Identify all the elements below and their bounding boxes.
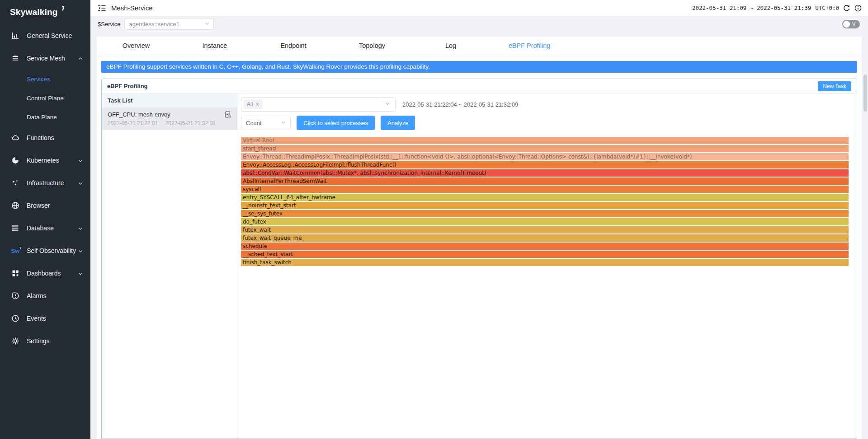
timezone-label[interactable]: UTC+0:0 — [815, 5, 839, 11]
refresh-icon[interactable] — [843, 5, 850, 12]
version-toggle[interactable]: V — [842, 20, 860, 28]
task-start-time: 2022-05-31 21:22:01 — [108, 120, 158, 126]
tab-log[interactable]: Log — [411, 42, 490, 49]
globe-icon — [11, 201, 20, 210]
new-task-button[interactable]: New Task — [818, 81, 851, 91]
tab-instance[interactable]: Instance — [175, 42, 254, 49]
flame-frame[interactable]: absl::CondVar::WaitCommon(absl::Mutex*, … — [241, 169, 849, 177]
sidebar-item-kubernetes[interactable]: Kubernetes — [0, 149, 90, 172]
app-logo[interactable]: Skywalking — [0, 0, 90, 24]
instance-filter-select[interactable]: All ✕ — [241, 97, 396, 112]
vertical-scrollbar[interactable] — [863, 75, 867, 112]
flame-frame[interactable]: start_thread — [241, 145, 849, 152]
main-area: Mesh-Service 2022-05-31 21:09 ~ 2022-05-… — [90, 0, 868, 439]
task-item[interactable]: OFF_CPU: mesh-envoy 2022-05-31 21:22:01 … — [102, 108, 237, 130]
sidebar-item-label: Self Observability — [27, 247, 78, 254]
sidebar-item-dashboards[interactable]: Dashboards — [0, 262, 90, 285]
sidebar-item-settings[interactable]: Settings — [0, 330, 90, 352]
sidebar-item-infrastructure[interactable]: Infrastructure — [0, 172, 90, 194]
remove-tag-icon[interactable]: ✕ — [255, 101, 259, 107]
chevron-down-icon — [384, 100, 391, 108]
ebpf-info-banner: eBPF Profiling support services written … — [101, 61, 857, 73]
sidebar-item-browser[interactable]: Browser — [0, 194, 90, 217]
sidebar-item-general-service[interactable]: General Service — [0, 24, 90, 47]
chevron-down-icon — [78, 271, 83, 276]
aggregation-select[interactable]: Count — [241, 116, 291, 130]
page-title: Mesh-Service — [111, 4, 153, 12]
sidebar-item-self-observability[interactable]: SwSelf Observability — [0, 239, 90, 262]
flame-frame[interactable]: __sched_text_start — [241, 251, 849, 258]
flame-frame[interactable]: AbslInternalPerThreadSemWait — [241, 177, 849, 185]
tab-bar: OverviewInstanceEndpointTopologyLogeBPF … — [97, 37, 862, 55]
service-select[interactable]: agentless::service1 — [124, 18, 214, 30]
toggle-label: V — [852, 21, 855, 27]
panel-header: eBPF Profiling New Task — [102, 79, 857, 93]
flame-frame[interactable]: entry_SYSCALL_64_after_hwframe — [241, 194, 849, 201]
flame-frame[interactable]: __se_sys_futex — [241, 210, 849, 217]
task-list: OFF_CPU: mesh-envoy 2022-05-31 21:22:01 … — [102, 108, 237, 130]
task-detail-icon[interactable] — [224, 111, 231, 118]
tab-topology[interactable]: Topology — [333, 42, 411, 49]
chevron-down-icon — [78, 158, 83, 163]
sidebar-item-label: Data Plane — [27, 114, 83, 121]
sidebar-item-label: Service Mesh — [27, 55, 78, 62]
tab-overview[interactable]: Overview — [97, 42, 175, 49]
flame-frame[interactable]: futex_wait — [241, 226, 849, 234]
dashboards-icon — [11, 269, 20, 278]
crescent-icon — [58, 5, 65, 15]
menu-fold-icon[interactable] — [98, 5, 106, 12]
flame-frame[interactable]: Envoy::Thread::ThreadImplPosix::ThreadIm… — [241, 153, 849, 160]
flame-frame[interactable]: futex_wait_queue_me — [241, 234, 849, 242]
sidebar-item-events[interactable]: Events — [0, 307, 90, 330]
sidebar-item-label: Database — [27, 224, 78, 232]
flame-frame[interactable]: __noinstr_text_start — [241, 202, 849, 209]
sidebar-item-database[interactable]: Database — [0, 217, 90, 239]
sidebar-item-label: Control Plane — [27, 95, 83, 102]
chevron-up-icon — [78, 56, 83, 61]
flame-frame[interactable]: finish_task_switch — [241, 259, 849, 266]
sidebar-item-label: Services — [27, 76, 83, 83]
sidebar-item-data-plane[interactable]: Data Plane — [0, 107, 90, 126]
service-selector-bar: $Service agentless::service1 V — [90, 16, 868, 32]
select-processes-button[interactable]: Click to select processes — [297, 116, 375, 130]
global-time-range[interactable]: 2022-05-31 21:09 ~ 2022-05-31 21:39 — [692, 5, 811, 11]
info-icon[interactable] — [854, 5, 862, 12]
events-icon — [11, 314, 20, 323]
task-list-header: Task List — [102, 93, 237, 108]
tab-ebpf-profiling[interactable]: eBPF Profiling — [490, 42, 569, 49]
chart-icon — [11, 31, 20, 40]
database-icon — [11, 224, 20, 233]
flame-graph: Virtual Rootstart_threadEnvoy::Thread::T… — [241, 137, 849, 267]
chevron-down-icon — [78, 248, 83, 253]
panel-body: Task List OFF_CPU: mesh-envoy 2022-05-31… — [102, 93, 857, 439]
sidebar-item-label: Settings — [27, 337, 83, 345]
sidebar-item-label: Kubernetes — [27, 157, 78, 164]
flame-frame[interactable]: do_futex — [241, 218, 849, 225]
flame-frame[interactable]: syscall — [241, 186, 849, 193]
tab-endpoint[interactable]: Endpoint — [254, 42, 333, 49]
task-list-column: Task List OFF_CPU: mesh-envoy 2022-05-31… — [102, 93, 237, 439]
sidebar-item-service-mesh[interactable]: Service Mesh — [0, 47, 90, 70]
sidebar: Skywalking General ServiceService MeshSe… — [0, 0, 90, 439]
sidebar-item-control-plane[interactable]: Control Plane — [0, 89, 90, 107]
flame-frame[interactable]: schedule — [241, 243, 849, 250]
sidebar-item-alarms[interactable]: Alarms — [0, 285, 90, 307]
sidebar-item-label: Alarms — [27, 292, 83, 299]
sidebar-item-label: Events — [27, 315, 83, 322]
gear-icon — [11, 336, 20, 346]
sidebar-item-functions[interactable]: Functions — [0, 126, 90, 149]
aggregation-value: Count — [246, 120, 262, 126]
flame-frame[interactable]: Envoy::AccessLog::AccessLogFileImpl::flu… — [241, 161, 849, 168]
chevron-down-icon — [281, 120, 286, 126]
sidebar-item-services[interactable]: Services — [0, 70, 90, 89]
analysis-column: All ✕ 2022-05-31 21:22:04 ~ 2022-05-31 2… — [237, 93, 857, 439]
sidebar-item-label: Browser — [27, 202, 83, 209]
flame-frame[interactable]: Virtual Root — [241, 137, 849, 144]
analyze-button[interactable]: Analyze — [381, 116, 415, 130]
ebpf-profiling-panel: eBPF Profiling New Task Task List OFF_CP… — [101, 79, 857, 439]
sidebar-item-label: Dashboards — [27, 270, 78, 277]
logo-text: Skywalking — [10, 7, 58, 17]
chevron-down-icon — [78, 225, 83, 231]
kubernetes-icon — [11, 156, 20, 165]
chevron-down-icon — [78, 180, 83, 186]
